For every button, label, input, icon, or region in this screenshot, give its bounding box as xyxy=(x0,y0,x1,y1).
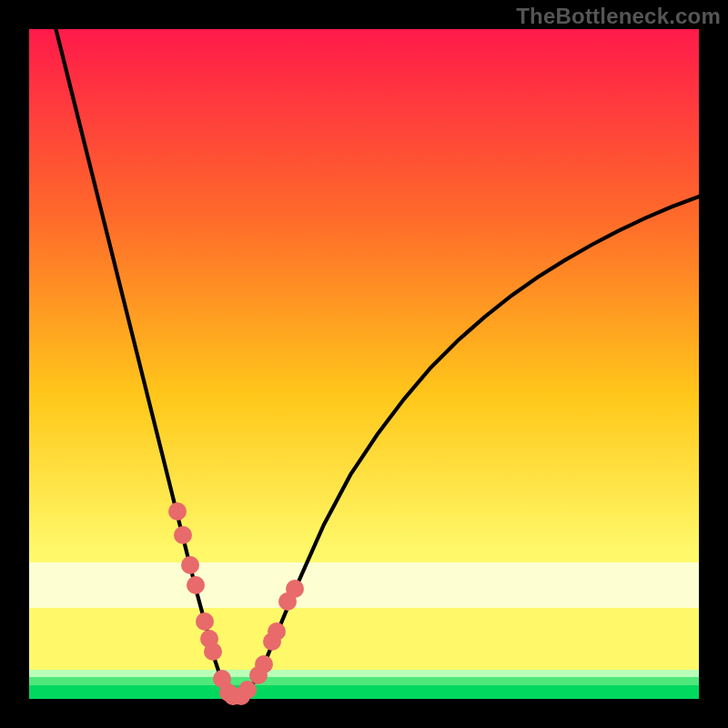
curve-left-branch xyxy=(56,29,233,697)
data-dot xyxy=(286,580,304,598)
data-dot xyxy=(268,622,286,641)
data-dot xyxy=(181,556,199,574)
data-dot xyxy=(196,612,214,631)
plot-area xyxy=(29,29,699,699)
curve-right-branch xyxy=(240,197,699,697)
data-dot xyxy=(204,642,222,661)
attribution-text: TheBottleneck.com xyxy=(516,4,721,29)
data-dot xyxy=(174,526,192,544)
curve-layer xyxy=(29,29,699,699)
data-dot xyxy=(187,576,205,594)
data-dot xyxy=(255,655,273,673)
data-dot xyxy=(168,502,187,521)
